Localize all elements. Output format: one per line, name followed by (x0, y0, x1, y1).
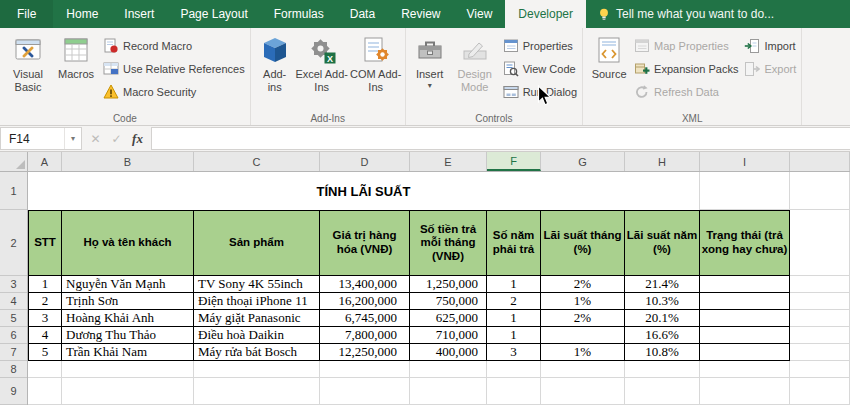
table-header-B2[interactable]: Họ và tên khách (62, 210, 194, 276)
excel-add-ins-button[interactable]: X Excel Add-Ins (295, 31, 349, 111)
tab-page-layout[interactable]: Page Layout (167, 0, 260, 28)
expansion-packs-button[interactable]: Expansion Packs (631, 58, 741, 79)
cell-H6[interactable]: 16.6% (625, 327, 700, 344)
cell-overflow[interactable] (790, 172, 850, 210)
cell-C5[interactable]: Máy giặt Panasonic (194, 310, 320, 327)
cell-overflow[interactable] (790, 327, 850, 344)
name-box-dropdown-icon[interactable]: ▾ (64, 128, 81, 149)
insert-control-button[interactable]: Insert ▾ (410, 31, 450, 111)
row-header-7[interactable]: 7 (0, 344, 27, 361)
column-header-C[interactable]: C (194, 152, 320, 171)
column-header-D[interactable]: D (320, 152, 410, 171)
cell-G7[interactable]: 1% (541, 344, 625, 361)
cell-A9[interactable] (28, 378, 62, 405)
tab-insert[interactable]: Insert (111, 0, 167, 28)
cell-D5[interactable]: 6,745,000 (320, 310, 410, 327)
record-macro-button[interactable]: Record Macro (100, 35, 248, 56)
tab-formulas[interactable]: Formulas (261, 0, 337, 28)
formula-input[interactable] (151, 127, 850, 150)
table-header-D2[interactable]: Giá trị hàng hóa (VNĐ) (320, 210, 410, 276)
cell-H9[interactable] (625, 378, 700, 405)
cell-F6[interactable]: 1 (487, 327, 541, 344)
cell-B9[interactable] (62, 378, 194, 405)
cell-B4[interactable]: Trịnh Sơn (62, 293, 194, 310)
cell-G3[interactable]: 2% (541, 276, 625, 293)
use-relative-references-button[interactable]: Use Relative References (100, 58, 248, 79)
cell-G5[interactable]: 2% (541, 310, 625, 327)
cell-E9[interactable] (410, 378, 487, 405)
tell-me-box[interactable]: Tell me what you want to do... (588, 0, 784, 28)
cell-H5[interactable]: 20.1% (625, 310, 700, 327)
cell-I9[interactable] (700, 378, 790, 405)
cell-G9[interactable] (541, 378, 625, 405)
cell-B3[interactable]: Nguyễn Văn Mạnh (62, 276, 194, 293)
cell-F5[interactable]: 1 (487, 310, 541, 327)
cell-overflow[interactable] (790, 344, 850, 361)
cell-F7[interactable]: 3 (487, 344, 541, 361)
cell-I4[interactable] (700, 293, 790, 310)
cell-A8[interactable] (28, 361, 62, 378)
row-header-9[interactable]: 9 (0, 378, 27, 405)
cell-H7[interactable]: 10.8% (625, 344, 700, 361)
cell-B7[interactable]: Trần Khải Nam (62, 344, 194, 361)
column-header-E[interactable]: E (410, 152, 487, 171)
cell-E3[interactable]: 1,250,000 (410, 276, 487, 293)
visual-basic-button[interactable]: Visual Basic (4, 31, 52, 111)
cell-D6[interactable]: 7,800,000 (320, 327, 410, 344)
cell-B6[interactable]: Dương Thu Thảo (62, 327, 194, 344)
column-header-B[interactable]: B (62, 152, 194, 171)
tab-data[interactable]: Data (337, 0, 388, 28)
cell-H3[interactable]: 21.4% (625, 276, 700, 293)
cell-H8[interactable] (625, 361, 700, 378)
cell-C7[interactable]: Máy rửa bát Bosch (194, 344, 320, 361)
select-all-corner[interactable] (0, 152, 28, 172)
import-button[interactable]: Import (741, 35, 799, 56)
cell-D3[interactable]: 13,400,000 (320, 276, 410, 293)
cell-E4[interactable]: 750,000 (410, 293, 487, 310)
cell-E5[interactable]: 625,000 (410, 310, 487, 327)
insert-function-button[interactable]: fx (127, 131, 148, 147)
row-header-4[interactable]: 4 (0, 293, 27, 310)
row-header-2[interactable]: 2 (0, 210, 27, 276)
cell-D8[interactable] (320, 361, 410, 378)
row-header-1[interactable]: 1 (0, 172, 27, 210)
cell-F9[interactable] (487, 378, 541, 405)
cell-I6[interactable] (700, 327, 790, 344)
cell-B5[interactable]: Hoàng Khải Anh (62, 310, 194, 327)
column-header-G[interactable]: G (541, 152, 625, 171)
cell-G8[interactable] (541, 361, 625, 378)
cell-B8[interactable] (62, 361, 194, 378)
cell-F4[interactable]: 2 (487, 293, 541, 310)
cell-F3[interactable]: 1 (487, 276, 541, 293)
macros-button[interactable]: Macros (52, 31, 100, 111)
row-header-6[interactable]: 6 (0, 327, 27, 344)
cell-I3[interactable] (700, 276, 790, 293)
properties-button[interactable]: Properties (500, 35, 580, 56)
cell-overflow[interactable] (790, 293, 850, 310)
macro-security-button[interactable]: Macro Security (100, 81, 248, 102)
row-header-8[interactable]: 8 (0, 361, 27, 378)
cell-G6[interactable] (541, 327, 625, 344)
cell-D4[interactable]: 16,200,000 (320, 293, 410, 310)
cell-C4[interactable]: Điện thoại iPhone 11 (194, 293, 320, 310)
column-header-A[interactable]: A (28, 152, 62, 171)
tab-review[interactable]: Review (388, 0, 453, 28)
com-add-ins-button[interactable]: COM Add-Ins (349, 31, 403, 111)
cell-I7[interactable] (700, 344, 790, 361)
cell-E8[interactable] (410, 361, 487, 378)
tab-view[interactable]: View (454, 0, 506, 28)
cell-C8[interactable] (194, 361, 320, 378)
source-button[interactable]: Source (587, 31, 631, 111)
table-header-F2[interactable]: Số năm phải trả (487, 210, 541, 276)
table-header-E2[interactable]: Số tiền trả mỗi tháng (VNĐ) (410, 210, 487, 276)
cell-I8[interactable] (700, 361, 790, 378)
cell-E7[interactable]: 400,000 (410, 344, 487, 361)
name-box[interactable]: F14 ▾ (0, 127, 82, 150)
cell-H4[interactable]: 10.3% (625, 293, 700, 310)
cell-G4[interactable]: 1% (541, 293, 625, 310)
add-ins-button[interactable]: Add-ins (255, 31, 295, 111)
cell-overflow[interactable] (790, 310, 850, 327)
cell-A4[interactable]: 2 (28, 293, 62, 310)
table-header-I2[interactable]: Trạng thái (trả xong hay chưa) (700, 210, 790, 276)
cell-F8[interactable] (487, 361, 541, 378)
